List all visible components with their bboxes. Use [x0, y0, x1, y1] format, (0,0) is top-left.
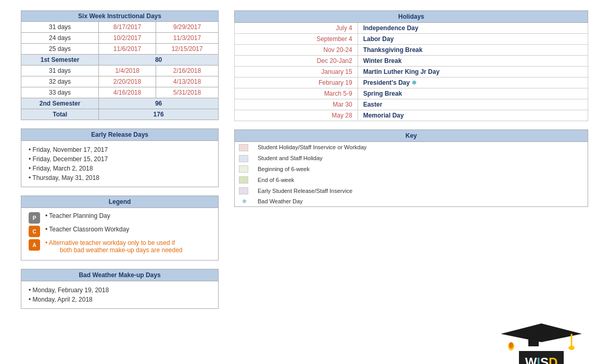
holidays-title: Holidays: [235, 11, 588, 23]
key-label: Early Student Release/Staff Inservice: [253, 185, 588, 196]
legend-icon-classroom: C: [29, 226, 40, 237]
legend-row-1: P • Teacher Planning Day: [29, 212, 211, 224]
early-release-body: Friday, November 17, 2017Friday, Decembe…: [21, 141, 218, 187]
page-container: Six Week Instructional Days 31 days8/17/…: [0, 0, 609, 364]
holiday-name: President's Day ❄: [358, 77, 588, 88]
key-color-cell: ❄: [235, 196, 254, 207]
svg-point-3: [568, 346, 575, 350]
list-item: Friday, December 15, 2017: [29, 154, 211, 164]
key-color-swatch: [239, 155, 248, 162]
start-cell: 8/17/2017: [99, 22, 156, 33]
holiday-name: Winter Break: [358, 56, 588, 67]
days-cell: 24 days: [21, 33, 99, 44]
table-row: 25 days11/6/201712/15/2017: [21, 44, 219, 55]
svg-rect-1: [528, 335, 539, 346]
six-week-panel: Six Week Instructional Days 31 days8/17/…: [21, 10, 219, 120]
key-title: Key: [235, 130, 588, 142]
holiday-date: September 4: [235, 34, 358, 45]
holiday-name: Spring Break: [358, 88, 588, 99]
list-item: Thursday, May 31, 2018: [29, 173, 211, 183]
table-row: 32 days2/20/20184/13/2018: [21, 76, 219, 87]
key-color-cell: [235, 153, 254, 164]
logo-W: W: [525, 355, 537, 364]
early-release-panel: Early Release Days Friday, November 17, …: [21, 128, 219, 187]
end-cell: 2/16/2018: [156, 66, 218, 76]
key-row: Student and Staff Holiday: [235, 153, 588, 164]
holiday-row: July 4Independence Day: [235, 23, 588, 34]
table-row: 33 days4/16/20185/31/2018: [21, 87, 219, 98]
key-row: Early Student Release/Staff Inservice: [235, 185, 588, 196]
bad-weather-title: Bad Weather Make-up Days: [21, 269, 218, 281]
holiday-date: February 19: [235, 77, 358, 88]
logo-D: D: [549, 355, 557, 364]
holidays-body: July 4Independence DaySeptember 4Labor D…: [235, 23, 588, 121]
main-content: Six Week Instructional Days 31 days8/17/…: [16, 10, 593, 309]
key-table: Key Student Holiday/Staff Inservice or W…: [234, 129, 588, 207]
table-row: 31 days1/4/20182/16/2018: [21, 66, 219, 76]
key-label: End of 6-week: [253, 174, 588, 185]
holiday-row: March 5-9Spring Break: [235, 88, 588, 99]
table-row: 31 days8/17/20179/29/2017: [21, 22, 219, 33]
six-week-table: Six Week Instructional Days 31 days8/17/…: [21, 10, 219, 120]
days-cell: 31 days: [21, 66, 99, 76]
semester-label: 1st Semester: [21, 55, 99, 66]
holiday-date: Nov 20-24: [235, 45, 358, 56]
early-release-list: Friday, November 17, 2017Friday, Decembe…: [29, 145, 211, 183]
bad-weather-panel: Bad Weather Make-up Days Monday, Februar…: [21, 269, 219, 309]
holiday-name: Martin Luther King Jr Day: [358, 67, 588, 77]
start-cell: 4/16/2018: [99, 87, 156, 98]
holiday-row: Dec 20-Jan2Winter Break: [235, 56, 588, 67]
holiday-date: May 28: [235, 110, 358, 121]
legend-icon-planning: P: [29, 212, 40, 224]
key-color-swatch: [239, 165, 248, 173]
table-row: 24 days10/2/201711/3/2017: [21, 33, 219, 44]
list-item: Friday, March 2, 2018: [29, 164, 211, 173]
snowflake-key-icon: ❄: [242, 198, 247, 204]
snowflake-icon: ❄: [412, 80, 416, 86]
key-label: Bad Weather Day: [253, 196, 588, 207]
key-label: Beginning of 6-week: [253, 164, 588, 175]
end-cell: 9/29/2017: [156, 22, 218, 33]
list-item: Monday, April 2, 2018: [29, 295, 211, 304]
six-week-title: Six Week Instructional Days: [21, 11, 219, 22]
bad-weather-list: Monday, February 19, 2018Monday, April 2…: [29, 285, 211, 304]
logo-I: I: [537, 355, 540, 364]
holiday-row: January 15Martin Luther King Jr Day: [235, 67, 588, 77]
key-color-swatch: [239, 144, 248, 151]
key-label: Student Holiday/Staff Inservice or Workd…: [253, 142, 588, 153]
start-cell: 1/4/2018: [99, 66, 156, 76]
holiday-row: Nov 20-24Thanksgiving Break: [235, 45, 588, 56]
total-row: Total176: [21, 109, 219, 120]
key-color-cell: [235, 164, 254, 175]
legend-icon-alt: A: [29, 239, 40, 251]
list-item: Friday, November 17, 2017: [29, 145, 211, 154]
right-column: Holidays July 4Independence DaySeptember…: [234, 10, 588, 309]
legend-panel: Legend P • Teacher Planning Day C • Teac…: [21, 196, 219, 261]
legend-row-2: C • Teacher Classroom Workday: [29, 226, 211, 237]
holiday-row: February 19President's Day ❄: [235, 77, 588, 88]
holiday-name: Easter: [358, 99, 588, 110]
semester-label: 2nd Semester: [21, 98, 99, 109]
semester-2-row: 2nd Semester96: [21, 98, 219, 109]
left-column: Six Week Instructional Days 31 days8/17/…: [21, 10, 219, 309]
legend-text-2: • Teacher Classroom Workday: [45, 226, 129, 233]
wisd-logo: W I S D: [500, 322, 583, 364]
svg-marker-0: [501, 323, 582, 342]
start-cell: 11/6/2017: [99, 44, 156, 55]
start-cell: 10/2/2017: [99, 33, 156, 44]
holiday-name: Labor Day: [358, 34, 588, 45]
footer: Board Approved 3.16.2017: [16, 322, 593, 364]
end-cell: 4/13/2018: [156, 76, 218, 87]
key-color-cell: [235, 142, 254, 153]
semester-total: 80: [99, 55, 219, 66]
total-label: Total: [21, 109, 99, 120]
holiday-date: Dec 20-Jan2: [235, 56, 358, 67]
end-cell: 11/3/2017: [156, 33, 218, 44]
key-body: Student Holiday/Staff Inservice or Workd…: [235, 142, 588, 207]
days-cell: 25 days: [21, 44, 99, 55]
semester-1-row: 1st Semester80: [21, 55, 219, 66]
holiday-row: May 28Memorial Day: [235, 110, 588, 121]
svg-point-5: [509, 342, 513, 348]
legend-row-3: A • Alternative teacher workday only to …: [29, 239, 211, 254]
days-cell: 32 days: [21, 76, 99, 87]
